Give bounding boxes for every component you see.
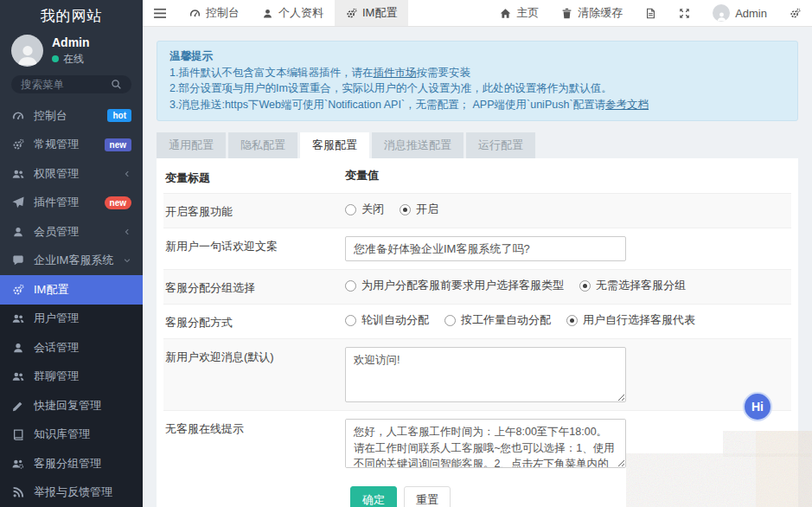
sidebar-item-group-chat-manage[interactable]: 群聊管理 xyxy=(0,363,143,392)
sidebar-item-dashboard[interactable]: 控制台 hot xyxy=(0,101,143,131)
field-label: 无客服在线提示 xyxy=(165,419,345,437)
online-dot-icon xyxy=(52,55,59,62)
plugin-market-link[interactable]: 插件市场 xyxy=(373,67,416,79)
brand-title: 我的网站 xyxy=(0,0,143,29)
offline-tip-textarea[interactable]: 您好，人工客服工作时间为：上午8:00至下午18:00。请在工作时间联系人工客服… xyxy=(345,419,626,468)
column-header-value: 变量值 xyxy=(345,168,790,183)
chevron-down-icon xyxy=(123,256,131,265)
sidebar-item-service-group-manage[interactable]: 客服分组管理 xyxy=(0,449,143,478)
radio-checked-icon xyxy=(400,204,411,215)
user-icon xyxy=(11,342,25,354)
radio-option-user-choose[interactable]: 用户自行选择客服代表 xyxy=(566,312,695,328)
sidebar-item-report-feedback-manage[interactable]: 举报与反馈管理 xyxy=(0,478,143,507)
pencil-icon xyxy=(11,400,25,412)
sidebar-item-permission-manage[interactable]: 权限管理 xyxy=(0,159,143,189)
row-offline-tip: 无客服在线提示 您好，人工客服工作时间为：上午8:00至下午18:00。请在工作… xyxy=(163,410,791,476)
settings-button[interactable] xyxy=(778,0,812,26)
form-buttons: 确定 重置 xyxy=(163,476,791,507)
sidebar-item-label: 企业IM客服系统 xyxy=(34,253,114,268)
clear-cache-label: 清除缓存 xyxy=(578,5,623,21)
sidebar-submenu: IM配置 用户管理 会话管理 群聊管理 快捷回复管理 知识库管理 xyxy=(0,275,143,507)
tab-push-config[interactable]: 消息推送配置 xyxy=(372,132,464,158)
chevron-left-icon xyxy=(123,170,131,178)
tab-service-config[interactable]: 客服配置 xyxy=(300,132,369,158)
row-welcome-message: 新用户欢迎消息(默认) 欢迎访问! xyxy=(163,338,791,410)
radio-option-round-robin[interactable]: 轮训自动分配 xyxy=(345,312,429,328)
language-icon xyxy=(645,8,656,19)
info-alert: 温馨提示 1.插件默认不包含富文本编辑器插件，请在插件市场按需要安装 2.部分设… xyxy=(157,41,798,121)
home-label: 主页 xyxy=(516,5,539,21)
sidebar-item-label: 会员管理 xyxy=(34,224,114,240)
sidebar-item-quick-reply-manage[interactable]: 快捷回复管理 xyxy=(0,391,143,420)
submit-button[interactable]: 确定 xyxy=(350,486,397,507)
topnav-tab-label: 个人资料 xyxy=(278,5,323,21)
users-icon xyxy=(11,370,25,382)
alert-title: 温馨提示 xyxy=(169,48,785,65)
sidebar-item-im-system[interactable]: 企业IM客服系统 xyxy=(0,247,143,276)
welcome-text-input[interactable] xyxy=(345,236,626,261)
search-icon[interactable] xyxy=(111,79,122,90)
field-label: 客服分配方式 xyxy=(165,312,345,331)
user-icon xyxy=(11,226,25,238)
tab-runtime-config[interactable]: 运行配置 xyxy=(466,132,535,158)
sidebar-item-label: 控制台 xyxy=(34,108,99,124)
gauge-icon xyxy=(11,110,25,122)
sidebar-item-session-manage[interactable]: 会话管理 xyxy=(0,333,143,363)
avatar[interactable] xyxy=(11,35,43,67)
gears-icon xyxy=(790,8,801,19)
field-label: 客服分配分组选择 xyxy=(165,278,345,296)
gauge-icon xyxy=(189,8,201,19)
radio-option-close[interactable]: 关闭 xyxy=(345,202,384,217)
home-button[interactable]: 主页 xyxy=(489,0,550,26)
tab-general-config[interactable]: 通用配置 xyxy=(157,132,226,158)
user-menu[interactable]: Admin xyxy=(701,0,778,26)
chat-float-button[interactable]: Hi xyxy=(743,392,772,421)
sidebar-item-user-manage[interactable]: 用户管理 xyxy=(0,305,143,334)
field-label: 开启客服功能 xyxy=(165,202,345,220)
topnav-tab-label: 控制台 xyxy=(206,5,240,21)
topnav-tab-profile[interactable]: 个人资料 xyxy=(251,0,335,26)
sidebar-item-label: 客服分组管理 xyxy=(34,456,131,472)
sidebar-item-label: 常规管理 xyxy=(34,137,96,152)
sidebar-item-im-config[interactable]: IM配置 xyxy=(0,275,143,305)
language-button[interactable] xyxy=(634,0,668,26)
sidebar-item-plugin-manage[interactable]: 插件管理 new xyxy=(0,189,143,218)
welcome-message-textarea[interactable]: 欢迎访问! xyxy=(345,347,626,402)
sidebar-toggle-button[interactable] xyxy=(143,0,178,26)
topnav-tab-dashboard[interactable]: 控制台 xyxy=(178,0,251,26)
alert-line-2: 2.部分设置项与用户的Im设置重合，实际以用户的个人设置为准，此处的设置将作为默… xyxy=(169,80,785,97)
tab-privacy-config[interactable]: 隐私配置 xyxy=(228,132,297,158)
sidebar: 我的网站 Admin 在线 控制台 hot 常规管理 new 权限管理 xyxy=(0,0,143,507)
sidebar-item-member-manage[interactable]: 会员管理 xyxy=(0,217,143,247)
config-tabs: 通用配置 隐私配置 客服配置 消息推送配置 运行配置 xyxy=(157,132,798,158)
badge-new: new xyxy=(105,138,131,151)
sidebar-item-label: 群聊管理 xyxy=(34,369,131,384)
radio-icon xyxy=(345,315,356,326)
gears-icon xyxy=(11,284,25,296)
user-name: Admin xyxy=(52,35,90,50)
sidebar-item-general-manage[interactable]: 常规管理 new xyxy=(0,131,143,160)
trash-icon xyxy=(561,8,572,19)
home-icon xyxy=(500,8,511,19)
clear-cache-button[interactable]: 清除缓存 xyxy=(550,0,634,26)
alert-line-3: 3.消息推送:https下Web端可使用`Notification API`，无… xyxy=(169,97,785,113)
radio-option-no-group[interactable]: 无需选择客服分组 xyxy=(579,278,686,293)
reference-doc-link[interactable]: 参考文档 xyxy=(605,99,649,111)
search-input[interactable] xyxy=(21,79,105,91)
user-status: 在线 xyxy=(52,52,90,67)
radio-option-open[interactable]: 开启 xyxy=(400,202,438,217)
sidebar-item-label: 知识库管理 xyxy=(34,427,131,442)
reset-button[interactable]: 重置 xyxy=(404,486,451,507)
topnav-tab-im-config[interactable]: IM配置 xyxy=(335,0,408,26)
fullscreen-button[interactable] xyxy=(668,0,701,26)
radio-option-require-type[interactable]: 为用户分配客服前要求用户选择客服类型 xyxy=(345,278,564,293)
main-content: 温馨提示 1.插件默认不包含富文本编辑器插件，请在插件市场按需要安装 2.部分设… xyxy=(143,27,812,507)
badge-new: new xyxy=(105,196,131,209)
sidebar-item-label: 快捷回复管理 xyxy=(34,398,131,414)
topnav: 控制台 个人资料 IM配置 主页 清除缓存 Admin xyxy=(143,0,812,27)
radio-option-workload[interactable]: 按工作量自动分配 xyxy=(444,312,551,328)
sidebar-item-knowledge-base-manage[interactable]: 知识库管理 xyxy=(0,420,143,450)
chevron-left-icon xyxy=(123,228,131,236)
radio-icon xyxy=(345,204,356,215)
sidebar-item-label: IM配置 xyxy=(34,282,131,298)
